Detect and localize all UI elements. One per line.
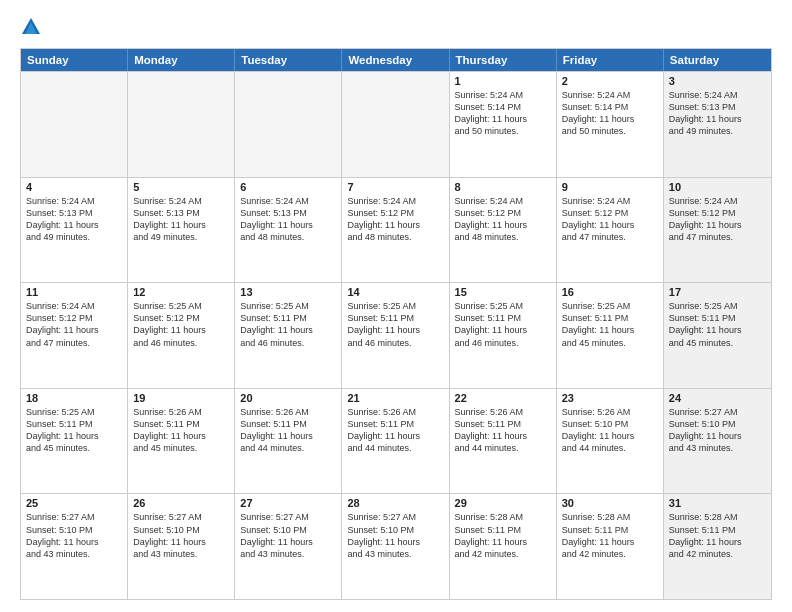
day-detail: Sunrise: 5:27 AM Sunset: 5:10 PM Dayligh… (133, 511, 229, 560)
calendar-row-3: 11Sunrise: 5:24 AM Sunset: 5:12 PM Dayli… (21, 282, 771, 388)
day-detail: Sunrise: 5:28 AM Sunset: 5:11 PM Dayligh… (562, 511, 658, 560)
day-cell-24: 24Sunrise: 5:27 AM Sunset: 5:10 PM Dayli… (664, 389, 771, 494)
header-cell-monday: Monday (128, 49, 235, 71)
day-cell-3: 3Sunrise: 5:24 AM Sunset: 5:13 PM Daylig… (664, 72, 771, 177)
day-detail: Sunrise: 5:26 AM Sunset: 5:10 PM Dayligh… (562, 406, 658, 455)
header (20, 18, 772, 38)
day-detail: Sunrise: 5:25 AM Sunset: 5:11 PM Dayligh… (347, 300, 443, 349)
day-number: 7 (347, 181, 443, 193)
day-cell-15: 15Sunrise: 5:25 AM Sunset: 5:11 PM Dayli… (450, 283, 557, 388)
day-cell-4: 4Sunrise: 5:24 AM Sunset: 5:13 PM Daylig… (21, 178, 128, 283)
day-cell-21: 21Sunrise: 5:26 AM Sunset: 5:11 PM Dayli… (342, 389, 449, 494)
day-cell-29: 29Sunrise: 5:28 AM Sunset: 5:11 PM Dayli… (450, 494, 557, 599)
day-number: 14 (347, 286, 443, 298)
header-cell-friday: Friday (557, 49, 664, 71)
day-number: 29 (455, 497, 551, 509)
day-number: 16 (562, 286, 658, 298)
day-cell-9: 9Sunrise: 5:24 AM Sunset: 5:12 PM Daylig… (557, 178, 664, 283)
day-detail: Sunrise: 5:24 AM Sunset: 5:13 PM Dayligh… (669, 89, 766, 138)
logo-icon (20, 16, 42, 38)
day-detail: Sunrise: 5:28 AM Sunset: 5:11 PM Dayligh… (669, 511, 766, 560)
day-number: 13 (240, 286, 336, 298)
header-cell-sunday: Sunday (21, 49, 128, 71)
calendar: SundayMondayTuesdayWednesdayThursdayFrid… (20, 48, 772, 600)
day-number: 26 (133, 497, 229, 509)
day-cell-16: 16Sunrise: 5:25 AM Sunset: 5:11 PM Dayli… (557, 283, 664, 388)
day-number: 6 (240, 181, 336, 193)
day-cell-19: 19Sunrise: 5:26 AM Sunset: 5:11 PM Dayli… (128, 389, 235, 494)
day-cell-26: 26Sunrise: 5:27 AM Sunset: 5:10 PM Dayli… (128, 494, 235, 599)
day-detail: Sunrise: 5:24 AM Sunset: 5:12 PM Dayligh… (562, 195, 658, 244)
day-number: 10 (669, 181, 766, 193)
day-number: 15 (455, 286, 551, 298)
day-cell-28: 28Sunrise: 5:27 AM Sunset: 5:10 PM Dayli… (342, 494, 449, 599)
day-detail: Sunrise: 5:25 AM Sunset: 5:11 PM Dayligh… (455, 300, 551, 349)
day-detail: Sunrise: 5:25 AM Sunset: 5:11 PM Dayligh… (669, 300, 766, 349)
day-number: 22 (455, 392, 551, 404)
day-cell-2: 2Sunrise: 5:24 AM Sunset: 5:14 PM Daylig… (557, 72, 664, 177)
day-detail: Sunrise: 5:24 AM Sunset: 5:14 PM Dayligh… (562, 89, 658, 138)
day-number: 9 (562, 181, 658, 193)
empty-cell (128, 72, 235, 177)
day-detail: Sunrise: 5:24 AM Sunset: 5:13 PM Dayligh… (240, 195, 336, 244)
day-cell-1: 1Sunrise: 5:24 AM Sunset: 5:14 PM Daylig… (450, 72, 557, 177)
calendar-row-1: 1Sunrise: 5:24 AM Sunset: 5:14 PM Daylig… (21, 71, 771, 177)
day-number: 21 (347, 392, 443, 404)
day-detail: Sunrise: 5:25 AM Sunset: 5:11 PM Dayligh… (240, 300, 336, 349)
day-number: 3 (669, 75, 766, 87)
day-number: 12 (133, 286, 229, 298)
day-cell-20: 20Sunrise: 5:26 AM Sunset: 5:11 PM Dayli… (235, 389, 342, 494)
day-number: 23 (562, 392, 658, 404)
day-number: 17 (669, 286, 766, 298)
empty-cell (21, 72, 128, 177)
day-detail: Sunrise: 5:27 AM Sunset: 5:10 PM Dayligh… (669, 406, 766, 455)
day-number: 31 (669, 497, 766, 509)
day-detail: Sunrise: 5:25 AM Sunset: 5:11 PM Dayligh… (562, 300, 658, 349)
day-detail: Sunrise: 5:26 AM Sunset: 5:11 PM Dayligh… (455, 406, 551, 455)
calendar-body: 1Sunrise: 5:24 AM Sunset: 5:14 PM Daylig… (21, 71, 771, 599)
day-number: 19 (133, 392, 229, 404)
day-cell-8: 8Sunrise: 5:24 AM Sunset: 5:12 PM Daylig… (450, 178, 557, 283)
day-detail: Sunrise: 5:24 AM Sunset: 5:12 PM Dayligh… (347, 195, 443, 244)
day-cell-13: 13Sunrise: 5:25 AM Sunset: 5:11 PM Dayli… (235, 283, 342, 388)
day-cell-6: 6Sunrise: 5:24 AM Sunset: 5:13 PM Daylig… (235, 178, 342, 283)
day-cell-14: 14Sunrise: 5:25 AM Sunset: 5:11 PM Dayli… (342, 283, 449, 388)
day-number: 28 (347, 497, 443, 509)
page: SundayMondayTuesdayWednesdayThursdayFrid… (0, 0, 792, 612)
day-number: 25 (26, 497, 122, 509)
day-cell-30: 30Sunrise: 5:28 AM Sunset: 5:11 PM Dayli… (557, 494, 664, 599)
day-detail: Sunrise: 5:24 AM Sunset: 5:14 PM Dayligh… (455, 89, 551, 138)
day-number: 2 (562, 75, 658, 87)
day-detail: Sunrise: 5:24 AM Sunset: 5:12 PM Dayligh… (669, 195, 766, 244)
logo (20, 18, 46, 38)
day-number: 18 (26, 392, 122, 404)
day-cell-7: 7Sunrise: 5:24 AM Sunset: 5:12 PM Daylig… (342, 178, 449, 283)
day-detail: Sunrise: 5:26 AM Sunset: 5:11 PM Dayligh… (347, 406, 443, 455)
header-cell-thursday: Thursday (450, 49, 557, 71)
day-number: 30 (562, 497, 658, 509)
day-number: 5 (133, 181, 229, 193)
calendar-row-5: 25Sunrise: 5:27 AM Sunset: 5:10 PM Dayli… (21, 493, 771, 599)
day-cell-18: 18Sunrise: 5:25 AM Sunset: 5:11 PM Dayli… (21, 389, 128, 494)
header-cell-tuesday: Tuesday (235, 49, 342, 71)
header-cell-saturday: Saturday (664, 49, 771, 71)
day-detail: Sunrise: 5:27 AM Sunset: 5:10 PM Dayligh… (26, 511, 122, 560)
day-detail: Sunrise: 5:24 AM Sunset: 5:12 PM Dayligh… (455, 195, 551, 244)
day-number: 1 (455, 75, 551, 87)
day-cell-11: 11Sunrise: 5:24 AM Sunset: 5:12 PM Dayli… (21, 283, 128, 388)
day-cell-25: 25Sunrise: 5:27 AM Sunset: 5:10 PM Dayli… (21, 494, 128, 599)
day-cell-17: 17Sunrise: 5:25 AM Sunset: 5:11 PM Dayli… (664, 283, 771, 388)
day-detail: Sunrise: 5:25 AM Sunset: 5:11 PM Dayligh… (26, 406, 122, 455)
day-number: 11 (26, 286, 122, 298)
day-detail: Sunrise: 5:26 AM Sunset: 5:11 PM Dayligh… (240, 406, 336, 455)
day-number: 8 (455, 181, 551, 193)
day-cell-12: 12Sunrise: 5:25 AM Sunset: 5:12 PM Dayli… (128, 283, 235, 388)
empty-cell (342, 72, 449, 177)
day-number: 27 (240, 497, 336, 509)
day-detail: Sunrise: 5:24 AM Sunset: 5:12 PM Dayligh… (26, 300, 122, 349)
day-cell-31: 31Sunrise: 5:28 AM Sunset: 5:11 PM Dayli… (664, 494, 771, 599)
day-cell-27: 27Sunrise: 5:27 AM Sunset: 5:10 PM Dayli… (235, 494, 342, 599)
day-number: 20 (240, 392, 336, 404)
day-detail: Sunrise: 5:26 AM Sunset: 5:11 PM Dayligh… (133, 406, 229, 455)
day-detail: Sunrise: 5:24 AM Sunset: 5:13 PM Dayligh… (26, 195, 122, 244)
